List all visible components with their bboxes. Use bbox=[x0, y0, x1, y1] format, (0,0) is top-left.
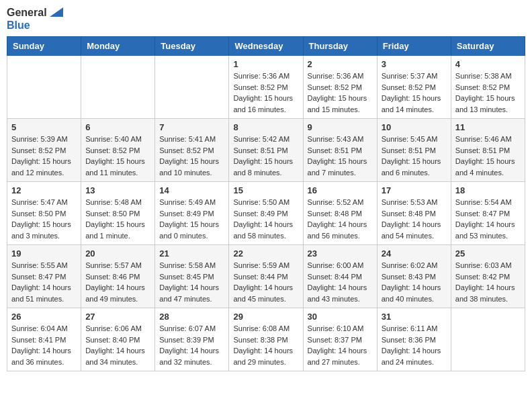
day-detail: Sunrise: 5:54 AMSunset: 8:47 PMDaylight:… bbox=[455, 197, 521, 241]
day-detail: Sunrise: 6:03 AMSunset: 8:42 PMDaylight:… bbox=[455, 260, 521, 304]
logo-general: General bbox=[7, 7, 63, 19]
calendar-cell: 5Sunrise: 5:39 AMSunset: 8:52 PMDaylight… bbox=[7, 119, 81, 182]
day-detail: Sunrise: 5:40 AMSunset: 8:52 PMDaylight:… bbox=[85, 134, 150, 178]
day-detail: Sunrise: 5:36 AMSunset: 8:52 PMDaylight:… bbox=[308, 71, 373, 115]
column-header-saturday: Saturday bbox=[451, 37, 525, 56]
day-number: 29 bbox=[233, 312, 298, 322]
day-number: 21 bbox=[159, 248, 224, 259]
day-number: 27 bbox=[85, 312, 150, 322]
day-detail: Sunrise: 6:08 AMSunset: 8:38 PMDaylight:… bbox=[233, 323, 298, 367]
day-detail: Sunrise: 5:52 AMSunset: 8:48 PMDaylight:… bbox=[308, 197, 373, 241]
day-number: 31 bbox=[382, 312, 447, 322]
day-detail: Sunrise: 6:07 AMSunset: 8:39 PMDaylight:… bbox=[159, 323, 224, 367]
calendar-table: SundayMondayTuesdayWednesdayThursdayFrid… bbox=[7, 36, 525, 371]
day-number: 5 bbox=[11, 122, 77, 132]
calendar-cell: 15Sunrise: 5:50 AMSunset: 8:49 PMDayligh… bbox=[229, 182, 303, 245]
svg-marker-0 bbox=[50, 7, 63, 17]
day-number: 30 bbox=[308, 312, 373, 322]
calendar-cell bbox=[451, 308, 525, 371]
day-detail: Sunrise: 5:37 AMSunset: 8:52 PMDaylight:… bbox=[382, 71, 447, 115]
calendar-cell: 17Sunrise: 5:53 AMSunset: 8:48 PMDayligh… bbox=[377, 182, 451, 245]
calendar-cell: 20Sunrise: 5:57 AMSunset: 8:46 PMDayligh… bbox=[81, 245, 155, 308]
day-number: 2 bbox=[308, 59, 373, 69]
day-detail: Sunrise: 5:59 AMSunset: 8:44 PMDaylight:… bbox=[233, 260, 298, 304]
column-header-sunday: Sunday bbox=[7, 37, 81, 56]
calendar-cell: 6Sunrise: 5:40 AMSunset: 8:52 PMDaylight… bbox=[81, 119, 155, 182]
day-detail: Sunrise: 6:04 AMSunset: 8:41 PMDaylight:… bbox=[11, 323, 77, 367]
calendar-week-2: 5Sunrise: 5:39 AMSunset: 8:52 PMDaylight… bbox=[7, 119, 525, 182]
day-number: 14 bbox=[159, 185, 224, 195]
calendar-cell: 9Sunrise: 5:43 AMSunset: 8:51 PMDaylight… bbox=[303, 119, 377, 182]
day-number: 15 bbox=[233, 185, 298, 195]
day-number: 25 bbox=[455, 248, 521, 259]
day-number: 23 bbox=[308, 248, 373, 259]
page-header: General Blue bbox=[7, 7, 525, 31]
day-detail: Sunrise: 5:50 AMSunset: 8:49 PMDaylight:… bbox=[233, 197, 298, 241]
calendar-cell bbox=[7, 56, 81, 119]
day-detail: Sunrise: 6:11 AMSunset: 8:36 PMDaylight:… bbox=[382, 323, 447, 367]
calendar-cell: 14Sunrise: 5:49 AMSunset: 8:49 PMDayligh… bbox=[155, 182, 229, 245]
day-detail: Sunrise: 6:02 AMSunset: 8:43 PMDaylight:… bbox=[382, 260, 447, 304]
day-detail: Sunrise: 5:53 AMSunset: 8:48 PMDaylight:… bbox=[382, 197, 447, 241]
day-detail: Sunrise: 5:36 AMSunset: 8:52 PMDaylight:… bbox=[233, 71, 298, 115]
day-detail: Sunrise: 5:38 AMSunset: 8:52 PMDaylight:… bbox=[455, 71, 521, 115]
day-detail: Sunrise: 5:46 AMSunset: 8:51 PMDaylight:… bbox=[455, 134, 521, 178]
calendar-week-4: 19Sunrise: 5:55 AMSunset: 8:47 PMDayligh… bbox=[7, 245, 525, 308]
column-header-friday: Friday bbox=[377, 37, 451, 56]
column-header-tuesday: Tuesday bbox=[155, 37, 229, 56]
day-detail: Sunrise: 5:57 AMSunset: 8:46 PMDaylight:… bbox=[85, 260, 150, 304]
day-number: 19 bbox=[11, 248, 77, 259]
column-header-wednesday: Wednesday bbox=[229, 37, 303, 56]
day-detail: Sunrise: 5:45 AMSunset: 8:51 PMDaylight:… bbox=[382, 134, 447, 178]
column-header-monday: Monday bbox=[81, 37, 155, 56]
day-number: 8 bbox=[233, 122, 298, 132]
day-detail: Sunrise: 5:41 AMSunset: 8:52 PMDaylight:… bbox=[159, 134, 224, 178]
day-number: 17 bbox=[382, 185, 447, 195]
calendar-cell: 10Sunrise: 5:45 AMSunset: 8:51 PMDayligh… bbox=[377, 119, 451, 182]
day-detail: Sunrise: 5:49 AMSunset: 8:49 PMDaylight:… bbox=[159, 197, 224, 241]
calendar-cell: 1Sunrise: 5:36 AMSunset: 8:52 PMDaylight… bbox=[229, 56, 303, 119]
calendar-week-5: 26Sunrise: 6:04 AMSunset: 8:41 PMDayligh… bbox=[7, 308, 525, 371]
day-number: 16 bbox=[308, 185, 373, 195]
logo-container: General Blue bbox=[7, 7, 63, 31]
calendar-cell: 26Sunrise: 6:04 AMSunset: 8:41 PMDayligh… bbox=[7, 308, 81, 371]
column-header-thursday: Thursday bbox=[303, 37, 377, 56]
calendar-cell: 22Sunrise: 5:59 AMSunset: 8:44 PMDayligh… bbox=[229, 245, 303, 308]
calendar-cell: 31Sunrise: 6:11 AMSunset: 8:36 PMDayligh… bbox=[377, 308, 451, 371]
calendar-cell: 24Sunrise: 6:02 AMSunset: 8:43 PMDayligh… bbox=[377, 245, 451, 308]
day-detail: Sunrise: 5:47 AMSunset: 8:50 PMDaylight:… bbox=[11, 197, 77, 241]
calendar-cell: 23Sunrise: 6:00 AMSunset: 8:44 PMDayligh… bbox=[303, 245, 377, 308]
day-number: 11 bbox=[455, 122, 521, 132]
day-detail: Sunrise: 5:43 AMSunset: 8:51 PMDaylight:… bbox=[308, 134, 373, 178]
calendar-cell: 12Sunrise: 5:47 AMSunset: 8:50 PMDayligh… bbox=[7, 182, 81, 245]
day-number: 10 bbox=[382, 122, 447, 132]
day-detail: Sunrise: 6:00 AMSunset: 8:44 PMDaylight:… bbox=[308, 260, 373, 304]
calendar-cell: 29Sunrise: 6:08 AMSunset: 8:38 PMDayligh… bbox=[229, 308, 303, 371]
calendar-cell: 2Sunrise: 5:36 AMSunset: 8:52 PMDaylight… bbox=[303, 56, 377, 119]
calendar-week-3: 12Sunrise: 5:47 AMSunset: 8:50 PMDayligh… bbox=[7, 182, 525, 245]
calendar-cell: 16Sunrise: 5:52 AMSunset: 8:48 PMDayligh… bbox=[303, 182, 377, 245]
day-number: 9 bbox=[308, 122, 373, 132]
day-number: 4 bbox=[455, 59, 521, 69]
day-number: 24 bbox=[382, 248, 447, 259]
calendar-week-1: 1Sunrise: 5:36 AMSunset: 8:52 PMDaylight… bbox=[7, 56, 525, 119]
day-detail: Sunrise: 6:10 AMSunset: 8:37 PMDaylight:… bbox=[308, 323, 373, 367]
calendar-cell: 8Sunrise: 5:42 AMSunset: 8:51 PMDaylight… bbox=[229, 119, 303, 182]
calendar-cell bbox=[155, 56, 229, 119]
day-detail: Sunrise: 5:39 AMSunset: 8:52 PMDaylight:… bbox=[11, 134, 77, 178]
day-number: 26 bbox=[11, 312, 77, 322]
calendar-cell: 25Sunrise: 6:03 AMSunset: 8:42 PMDayligh… bbox=[451, 245, 525, 308]
day-number: 28 bbox=[159, 312, 224, 322]
day-detail: Sunrise: 5:42 AMSunset: 8:51 PMDaylight:… bbox=[233, 134, 298, 178]
calendar-cell: 18Sunrise: 5:54 AMSunset: 8:47 PMDayligh… bbox=[451, 182, 525, 245]
day-detail: Sunrise: 5:55 AMSunset: 8:47 PMDaylight:… bbox=[11, 260, 77, 304]
day-number: 7 bbox=[159, 122, 224, 132]
calendar-cell: 4Sunrise: 5:38 AMSunset: 8:52 PMDaylight… bbox=[451, 56, 525, 119]
day-detail: Sunrise: 6:06 AMSunset: 8:40 PMDaylight:… bbox=[85, 323, 150, 367]
calendar-cell: 28Sunrise: 6:07 AMSunset: 8:39 PMDayligh… bbox=[155, 308, 229, 371]
day-number: 22 bbox=[233, 248, 298, 259]
logo-blue: Blue bbox=[7, 19, 63, 32]
day-number: 6 bbox=[85, 122, 150, 132]
day-detail: Sunrise: 5:58 AMSunset: 8:45 PMDaylight:… bbox=[159, 260, 224, 304]
day-number: 12 bbox=[11, 185, 77, 195]
